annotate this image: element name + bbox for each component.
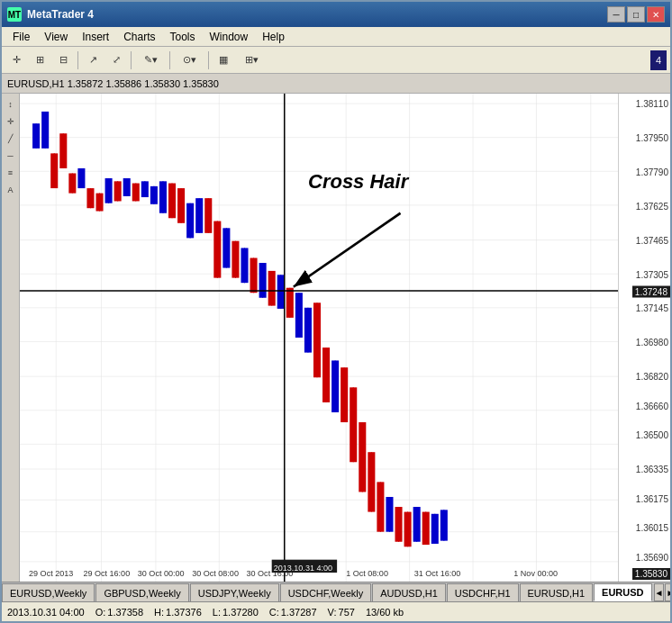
tab-bar: EURUSD,Weekly GBPUSD,Weekly USDJPY,Weekl… bbox=[2, 582, 670, 601]
tab-nav-left[interactable]: ◄ bbox=[654, 583, 665, 601]
app-icon: MT bbox=[7, 7, 22, 22]
price-label-3: 1.37790 bbox=[636, 167, 668, 176]
chart-left-tools: ↕ ✛ ╱ ─ ≡ A bbox=[2, 94, 20, 582]
svg-rect-117 bbox=[440, 510, 448, 540]
minimize-button[interactable]: ─ bbox=[607, 6, 625, 23]
close-button[interactable]: ✕ bbox=[647, 6, 665, 23]
svg-rect-103 bbox=[377, 482, 384, 531]
svg-rect-31 bbox=[50, 153, 58, 188]
svg-rect-45 bbox=[114, 181, 122, 201]
tool-zoom-out[interactable]: ⊟ bbox=[52, 50, 74, 70]
tool-arrow[interactable]: ↗ bbox=[82, 50, 104, 70]
svg-rect-81 bbox=[277, 275, 285, 309]
menu-file[interactable]: File bbox=[5, 29, 37, 45]
svg-text:2013.10.31 4:00: 2013.10.31 4:00 bbox=[274, 562, 332, 573]
menu-charts[interactable]: Charts bbox=[116, 29, 162, 45]
price-label-6: 1.37305 bbox=[636, 269, 668, 279]
window-title: MetaTrader 4 bbox=[27, 8, 607, 21]
tool-draw[interactable]: ✎▾ bbox=[135, 50, 166, 70]
tab-gbpusd-weekly[interactable]: GBPUSD,Weekly bbox=[95, 583, 188, 601]
chart-main[interactable]: 29 Oct 2013 29 Oct 16:00 30 Oct 00:00 30… bbox=[20, 94, 618, 582]
toolbar-separator-3 bbox=[169, 51, 170, 69]
side-tool-line[interactable]: ╱ bbox=[4, 131, 18, 146]
status-bar: 2013.10.31 04:00 O: 1.37358 H: 1.37376 L… bbox=[2, 601, 670, 621]
tab-eurusd-h1[interactable]: EURUSD,H1 bbox=[520, 583, 594, 601]
tool-screenshot[interactable]: ▦ bbox=[213, 50, 234, 70]
svg-text:30 Oct 08:00: 30 Oct 08:00 bbox=[192, 568, 239, 579]
tab-audusd-h1[interactable]: AUDUSD,H1 bbox=[372, 583, 446, 601]
side-tool-arrow[interactable]: ↕ bbox=[4, 97, 18, 112]
tool-crosshair[interactable]: ✛ bbox=[5, 50, 27, 70]
price-label-13: 1.36175 bbox=[636, 493, 668, 503]
svg-rect-71 bbox=[232, 241, 239, 278]
svg-rect-111 bbox=[413, 507, 421, 542]
chart-header: EURUSD,H1 1.35872 1.35886 1.35830 1.3583… bbox=[2, 74, 670, 94]
svg-rect-59 bbox=[177, 188, 185, 223]
side-tool-text[interactable]: A bbox=[4, 183, 18, 197]
chart-ohlc: 1.35872 1.35886 1.35830 1.35830 bbox=[68, 78, 219, 89]
svg-rect-113 bbox=[422, 512, 430, 546]
status-size: 13/60 kb bbox=[366, 607, 404, 618]
status-close: C: 1.37287 bbox=[269, 607, 317, 618]
menu-tools[interactable]: Tools bbox=[163, 29, 203, 45]
svg-text:31 Oct 16:00: 31 Oct 16:00 bbox=[414, 568, 461, 579]
price-label-9: 1.36820 bbox=[636, 372, 668, 382]
toolbar: ✛ ⊞ ⊟ ↗ ⤢ ✎▾ ⊙▾ ▦ ⊞▾ 4 bbox=[2, 47, 670, 74]
chart-body: ↕ ✛ ╱ ─ ≡ A bbox=[2, 94, 670, 582]
menu-help[interactable]: Help bbox=[255, 29, 292, 45]
price-label-bottom: 1.35830 bbox=[632, 568, 670, 580]
tool-line[interactable]: ⤢ bbox=[105, 50, 127, 70]
tab-usdchf-h1[interactable]: USDCHF,H1 bbox=[447, 583, 519, 601]
svg-rect-91 bbox=[322, 348, 330, 402]
tab-usdchf-weekly[interactable]: USDCHF,Weekly bbox=[280, 583, 372, 601]
status-low: L: 1.37280 bbox=[213, 607, 259, 618]
tab-usdjpy-weekly[interactable]: USDJPY,Weekly bbox=[190, 583, 279, 601]
price-label-14: 1.36015 bbox=[636, 523, 668, 533]
tab-eurusd-active[interactable]: EURUSD bbox=[594, 583, 651, 601]
svg-text:30 Oct 00:00: 30 Oct 00:00 bbox=[138, 568, 185, 579]
svg-rect-85 bbox=[295, 293, 303, 338]
tool-time[interactable]: ⊙▾ bbox=[174, 50, 204, 70]
tab-eurusd-weekly[interactable]: EURUSD,Weekly bbox=[2, 583, 95, 601]
price-label-10: 1.36660 bbox=[636, 401, 668, 411]
tab-nav-right[interactable]: ► bbox=[665, 583, 670, 601]
svg-rect-89 bbox=[313, 302, 321, 377]
svg-rect-105 bbox=[386, 497, 393, 532]
svg-rect-63 bbox=[195, 198, 203, 233]
tool-zoom-in[interactable]: ⊞ bbox=[29, 50, 50, 70]
chart-container: EURUSD,H1 1.35872 1.35886 1.35830 1.3583… bbox=[2, 74, 670, 601]
svg-rect-93 bbox=[331, 360, 339, 412]
svg-rect-97 bbox=[350, 387, 357, 462]
price-label-7: 1.37145 bbox=[636, 303, 668, 313]
svg-rect-109 bbox=[404, 512, 412, 547]
price-label-2: 1.37950 bbox=[636, 132, 668, 142]
menu-insert[interactable]: Insert bbox=[75, 29, 116, 45]
svg-rect-51 bbox=[141, 181, 149, 197]
maximize-button[interactable]: □ bbox=[627, 6, 645, 23]
svg-rect-95 bbox=[341, 367, 348, 422]
menu-window[interactable]: Window bbox=[203, 29, 256, 45]
svg-rect-99 bbox=[359, 422, 366, 492]
side-tool-hline[interactable]: ─ bbox=[4, 149, 18, 163]
svg-rect-27 bbox=[32, 123, 40, 149]
main-window: MT MetaTrader 4 ─ □ ✕ File View Insert C… bbox=[0, 0, 672, 623]
svg-rect-77 bbox=[259, 263, 267, 298]
price-axis: 1.38110 1.37950 1.37790 1.37625 1.37465 … bbox=[618, 94, 670, 582]
svg-rect-115 bbox=[431, 514, 439, 544]
price-label-4: 1.37625 bbox=[636, 201, 668, 211]
side-tool-crosshair[interactable]: ✛ bbox=[4, 114, 18, 129]
menu-view[interactable]: View bbox=[37, 29, 75, 45]
svg-rect-37 bbox=[77, 168, 85, 188]
svg-rect-39 bbox=[86, 188, 94, 208]
status-datetime: 2013.10.31 04:00 bbox=[7, 607, 85, 618]
svg-rect-57 bbox=[168, 184, 176, 219]
price-label-8: 1.36980 bbox=[636, 338, 668, 348]
svg-rect-107 bbox=[395, 507, 403, 542]
window-controls: ─ □ ✕ bbox=[607, 6, 665, 23]
price-label-5: 1.37465 bbox=[636, 235, 668, 245]
side-tool-fib[interactable]: ≡ bbox=[4, 166, 18, 180]
tool-template[interactable]: ⊞▾ bbox=[236, 50, 267, 70]
menu-bar: File View Insert Charts Tools Window Hel… bbox=[2, 27, 670, 47]
svg-rect-75 bbox=[250, 258, 258, 293]
svg-rect-73 bbox=[241, 248, 248, 283]
